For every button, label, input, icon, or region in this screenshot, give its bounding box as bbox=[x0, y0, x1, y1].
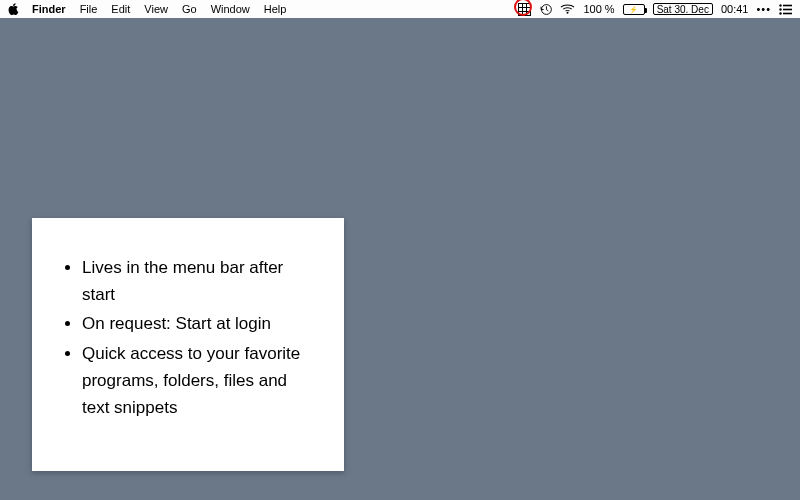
feature-card: Lives in the menu bar after start On req… bbox=[32, 218, 344, 471]
battery-icon[interactable]: ⚡ bbox=[623, 0, 645, 18]
apple-menu-icon[interactable] bbox=[6, 3, 25, 15]
svg-rect-8 bbox=[783, 4, 792, 6]
feature-bullet: On request: Start at login bbox=[82, 310, 316, 337]
menu-item-window[interactable]: Window bbox=[204, 0, 257, 18]
svg-rect-10 bbox=[783, 8, 792, 10]
svg-rect-12 bbox=[783, 12, 792, 14]
menu-item-go[interactable]: Go bbox=[175, 0, 204, 18]
time-machine-icon[interactable] bbox=[539, 0, 552, 18]
menu-bar-time[interactable]: 00:41 bbox=[721, 3, 749, 15]
menu-item-help[interactable]: Help bbox=[257, 0, 294, 18]
svg-point-9 bbox=[779, 8, 781, 10]
svg-point-6 bbox=[567, 12, 569, 14]
menu-item-edit[interactable]: Edit bbox=[104, 0, 137, 18]
svg-point-11 bbox=[779, 12, 781, 14]
menu-item-file[interactable]: File bbox=[73, 0, 105, 18]
svg-rect-0 bbox=[519, 3, 531, 15]
menu-bar-left: Finder File Edit View Go Window Help bbox=[6, 0, 293, 18]
menu-item-view[interactable]: View bbox=[137, 0, 175, 18]
menu-bar-right: 100 % ⚡ Sat 30. Dec 00:41 ••• bbox=[518, 0, 794, 18]
overflow-icon[interactable]: ••• bbox=[756, 0, 771, 18]
menu-bar-date[interactable]: Sat 30. Dec bbox=[653, 3, 713, 15]
menu-bar: Finder File Edit View Go Window Help bbox=[0, 0, 800, 18]
list-icon[interactable] bbox=[779, 0, 792, 18]
wifi-icon[interactable] bbox=[560, 0, 575, 18]
menu-app-name[interactable]: Finder bbox=[25, 0, 73, 18]
battery-percent-text: 100 % bbox=[583, 3, 614, 15]
feature-bullet: Lives in the menu bar after start bbox=[82, 254, 316, 308]
feature-bullet: Quick access to your favorite programs, … bbox=[82, 340, 316, 422]
feature-list: Lives in the menu bar after start On req… bbox=[60, 254, 316, 421]
svg-point-7 bbox=[779, 4, 781, 6]
menu-bar-grid-icon[interactable] bbox=[518, 0, 531, 18]
